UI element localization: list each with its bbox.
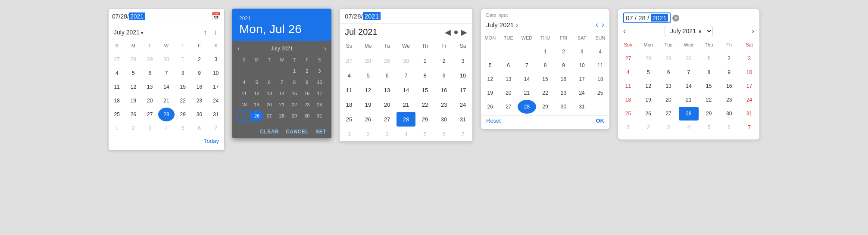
cal4-reset-button[interactable]: Reset [486,118,501,124]
calendar-day-cell[interactable]: 16 [554,72,573,86]
calendar-day-cell[interactable]: 12 [638,79,659,93]
calendar-day-cell[interactable]: 10 [313,77,326,88]
calendar-day-cell[interactable]: 15 [536,72,555,86]
calendar-day-cell[interactable]: 18 [591,72,609,86]
calendar-day-cell[interactable]: 4 [618,65,638,79]
calendar-day-cell[interactable]: 2 [434,53,453,68]
calendar-day-cell[interactable]: 31 [313,110,326,121]
calendar-day-cell[interactable]: 7 [397,68,415,83]
calendar-day-cell[interactable]: 1 [618,121,638,134]
cal5-clear-button[interactable]: ✕ [672,15,679,22]
calendar-day-cell[interactable]: 13 [500,72,518,86]
calendar-day-cell[interactable]: 25 [340,112,359,127]
calendar-day-cell[interactable]: 6 [434,127,453,141]
calendar-day-cell[interactable]: 29 [699,107,719,121]
calendar-day-cell[interactable]: 1 [340,127,359,141]
calendar-day-cell[interactable]: 9 [191,66,207,80]
calendar-day-cell[interactable]: 14 [679,79,699,93]
calendar-day-cell[interactable] [500,45,518,59]
calendar-day-cell[interactable]: 23 [301,99,313,110]
calendar-day-cell[interactable]: 11 [591,59,609,72]
calendar-day-cell[interactable]: 23 [554,86,573,100]
calendar-day-cell[interactable]: 4 [158,121,175,135]
cal1-prev-button[interactable]: ↑ [202,28,209,37]
calendar-day-cell[interactable]: 2 [554,45,573,59]
calendar-day-cell[interactable]: 23 [191,94,207,108]
calendar-day-cell[interactable]: 21 [679,93,699,107]
cal3-dot[interactable] [454,31,458,34]
calendar-day-cell[interactable]: 28 [275,110,288,121]
cal2-next-button[interactable]: › [324,45,326,53]
calendar-day-cell[interactable]: 12 [481,72,500,86]
calendar-day-cell[interactable]: 2 [191,53,207,66]
calendar-day-cell[interactable]: 25 [618,107,638,121]
calendar-day-cell[interactable]: 5 [250,77,263,88]
calendar-day-cell[interactable]: 22 [175,94,191,108]
calendar-day-cell[interactable]: 22 [415,97,434,112]
calendar-day-cell[interactable]: 20 [142,94,158,108]
calendar-day-cell[interactable] [518,45,536,59]
calendar-day-cell[interactable]: 14 [397,83,415,97]
calendar-day-cell[interactable]: 27 [378,112,397,127]
calendar-day-cell[interactable]: 31 [453,112,472,127]
cal5-next-button[interactable]: › [752,27,754,36]
calendar-day-cell[interactable]: 6 [191,121,207,135]
calendar-day-cell[interactable]: 6 [719,121,739,134]
calendar-day-cell[interactable]: 21 [158,94,175,108]
calendar-day-cell[interactable]: 27 [659,107,679,121]
calendar-day-cell[interactable]: 28 [518,100,536,114]
calendar-day-cell[interactable]: 29 [415,112,434,127]
cal2-cancel-button[interactable]: CANCEL [286,129,309,135]
calendar-day-cell[interactable]: 14 [518,72,536,86]
calendar-day-cell[interactable]: 5 [125,66,141,80]
calendar-day-cell[interactable]: 27 [500,100,518,114]
calendar-day-cell[interactable]: 18 [109,94,125,108]
calendar-day-cell[interactable]: 4 [109,66,125,80]
calendar-day-cell[interactable]: 6 [659,65,679,79]
calendar-day-cell[interactable]: 13 [142,80,158,94]
calendar-day-cell[interactable]: 4 [340,68,359,83]
calendar-day-cell[interactable]: 28 [158,108,175,121]
calendar-day-cell[interactable]: 24 [739,93,759,107]
calendar-day-cell[interactable]: 16 [434,83,453,97]
calendar-day-cell[interactable]: 31 [739,107,759,121]
calendar-day-cell[interactable]: 2 [125,121,141,135]
calendar-day-cell[interactable]: 25 [591,86,609,100]
calendar-day-cell[interactable]: 9 [554,59,573,72]
calendar-day-cell[interactable]: 23 [434,97,453,112]
calendar-day-cell[interactable]: 29 [175,108,191,121]
calendar-day-cell[interactable]: 16 [301,88,313,99]
calendar-day-cell[interactable]: 28 [679,107,699,121]
calendar-day-cell[interactable]: 18 [618,93,638,107]
calendar-day-cell[interactable]: 6 [142,66,158,80]
calendar-day-cell[interactable]: 11 [340,83,359,97]
calendar-day-cell[interactable]: 1 [536,45,555,59]
calendar-day-cell[interactable]: 24 [313,99,326,110]
calendar-icon[interactable]: 📅 [211,12,221,21]
calendar-day-cell[interactable]: 7 [158,66,175,80]
calendar-day-cell[interactable]: 30 [679,52,699,65]
calendar-day-cell[interactable]: 17 [208,80,224,94]
calendar-day-cell[interactable]: 31 [573,100,591,114]
calendar-day-cell[interactable]: 15 [288,88,301,99]
calendar-day-cell[interactable]: 20 [378,97,397,112]
calendar-day-cell[interactable]: 27 [340,53,359,68]
calendar-day-cell[interactable]: 15 [415,83,434,97]
calendar-day-cell[interactable]: 9 [301,77,313,88]
cal5-month-dropdown[interactable]: July 2021 ∨ [665,26,713,36]
calendar-day-cell[interactable]: 30 [434,112,453,127]
cal2-clear-button[interactable]: CLEAR [260,129,279,135]
calendar-day-cell[interactable]: 1 [699,52,719,65]
calendar-day-cell[interactable]: 30 [397,53,415,68]
calendar-day-cell[interactable]: 20 [263,99,275,110]
calendar-day-cell[interactable]: 11 [109,80,125,94]
calendar-day-cell[interactable]: 10 [453,68,472,83]
calendar-day-cell[interactable]: 26 [481,100,500,114]
calendar-day-cell[interactable]: 9 [434,68,453,83]
calendar-day-cell[interactable]: 24 [208,94,224,108]
calendar-day-cell[interactable]: 10 [208,66,224,80]
calendar-day-cell[interactable]: 15 [699,79,719,93]
cal3-next-button[interactable]: ▶ [461,28,467,37]
calendar-day-cell[interactable]: 1 [415,53,434,68]
calendar-day-cell[interactable]: 3 [208,53,224,66]
